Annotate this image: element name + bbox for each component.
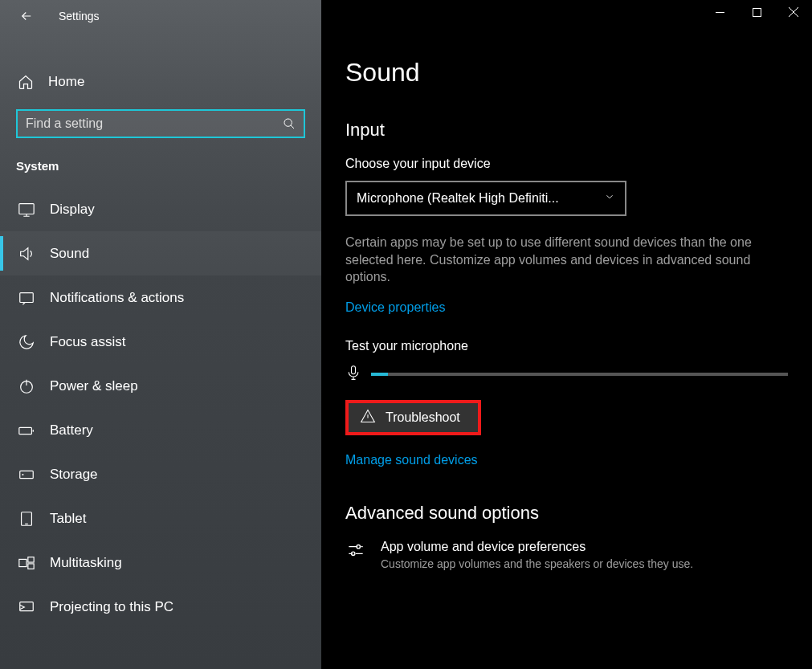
sidebar-item-focus-assist[interactable]: Focus assist: [0, 320, 321, 364]
manage-sound-devices-link[interactable]: Manage sound devices: [345, 453, 478, 467]
svg-rect-2: [20, 292, 34, 302]
svg-point-6: [22, 474, 23, 475]
close-button[interactable]: [775, 0, 812, 24]
display-icon: [18, 201, 35, 218]
sidebar-item-label: Notifications & actions: [50, 290, 184, 306]
sidebar-item-label: Tablet: [50, 511, 86, 527]
input-help-text: Certain apps may be set up to use differ…: [345, 234, 788, 286]
sliders-icon: [345, 540, 366, 564]
tablet-icon: [18, 510, 35, 528]
sidebar-item-label: Projecting to this PC: [50, 599, 173, 615]
svg-rect-8: [19, 559, 27, 566]
app-title: Settings: [59, 10, 100, 22]
page-title: Sound: [345, 58, 788, 88]
warning-icon: [360, 408, 376, 427]
home-icon: [18, 74, 34, 90]
minimize-button[interactable]: [701, 0, 738, 24]
sidebar-item-projecting[interactable]: Projecting to this PC: [0, 585, 321, 629]
sidebar-item-multitasking[interactable]: Multitasking: [0, 541, 321, 585]
maximize-button[interactable]: [738, 0, 775, 24]
chevron-down-icon: [604, 191, 615, 206]
choose-device-label: Choose your input device: [345, 157, 788, 171]
dropdown-selected-text: Microphone (Realtek High Definiti...: [357, 191, 559, 206]
device-properties-link[interactable]: Device properties: [345, 300, 446, 315]
svg-rect-7: [22, 512, 32, 525]
sidebar-item-notifications[interactable]: Notifications & actions: [0, 275, 321, 320]
app-volume-label: App volume and device preferences: [381, 540, 693, 554]
sidebar-item-label: Focus assist: [50, 334, 125, 350]
sidebar-item-label: Storage: [50, 467, 98, 483]
notifications-icon: [18, 289, 35, 307]
microphone-icon: [345, 363, 361, 385]
storage-icon: [18, 466, 35, 483]
focus-assist-icon: [18, 333, 35, 351]
advanced-section-title: Advanced sound options: [345, 503, 788, 524]
battery-icon: [18, 422, 35, 439]
sidebar-home[interactable]: Home: [0, 64, 321, 100]
home-label: Home: [48, 74, 84, 90]
sidebar-item-battery[interactable]: Battery: [0, 408, 321, 452]
svg-point-14: [357, 545, 360, 548]
svg-point-15: [352, 552, 355, 555]
multitasking-icon: [18, 554, 35, 572]
sidebar-item-power-sleep[interactable]: Power & sleep: [0, 364, 321, 408]
input-device-dropdown[interactable]: Microphone (Realtek High Definiti...: [345, 181, 626, 216]
app-volume-sub: Customize app volumes and the speakers o…: [381, 557, 693, 570]
search-icon: [283, 117, 296, 130]
svg-rect-10: [28, 563, 34, 568]
svg-rect-12: [753, 8, 761, 16]
troubleshoot-label: Troubleshoot: [386, 410, 460, 425]
svg-rect-13: [352, 365, 356, 373]
sidebar-item-label: Multitasking: [50, 555, 122, 571]
sidebar-item-display[interactable]: Display: [0, 187, 321, 231]
search-box[interactable]: [16, 109, 305, 138]
app-volume-prefs-row[interactable]: App volume and device preferences Custom…: [345, 540, 788, 570]
sidebar-section-label: System: [0, 148, 321, 187]
test-mic-label: Test your microphone: [345, 339, 788, 353]
search-input[interactable]: [26, 116, 283, 131]
power-icon: [18, 377, 35, 395]
mic-level-fill: [371, 373, 388, 376]
input-section-title: Input: [345, 120, 788, 141]
svg-rect-9: [28, 557, 34, 561]
sidebar-item-label: Sound: [50, 246, 89, 262]
sidebar-item-tablet[interactable]: Tablet: [0, 496, 321, 541]
svg-rect-4: [19, 427, 32, 434]
svg-rect-5: [20, 471, 34, 478]
sidebar-item-label: Display: [50, 202, 95, 218]
sidebar-item-storage[interactable]: Storage: [0, 452, 321, 496]
mic-level-bar: [371, 373, 788, 376]
sidebar-item-label: Battery: [50, 422, 93, 439]
troubleshoot-button[interactable]: Troubleshoot: [345, 400, 481, 435]
svg-point-0: [284, 119, 292, 126]
sidebar-item-sound[interactable]: Sound: [0, 231, 321, 275]
back-button[interactable]: [14, 4, 39, 28]
svg-rect-1: [19, 203, 34, 214]
projecting-icon: [18, 598, 35, 616]
sidebar-item-label: Power & sleep: [50, 378, 138, 394]
sound-icon: [18, 245, 35, 263]
